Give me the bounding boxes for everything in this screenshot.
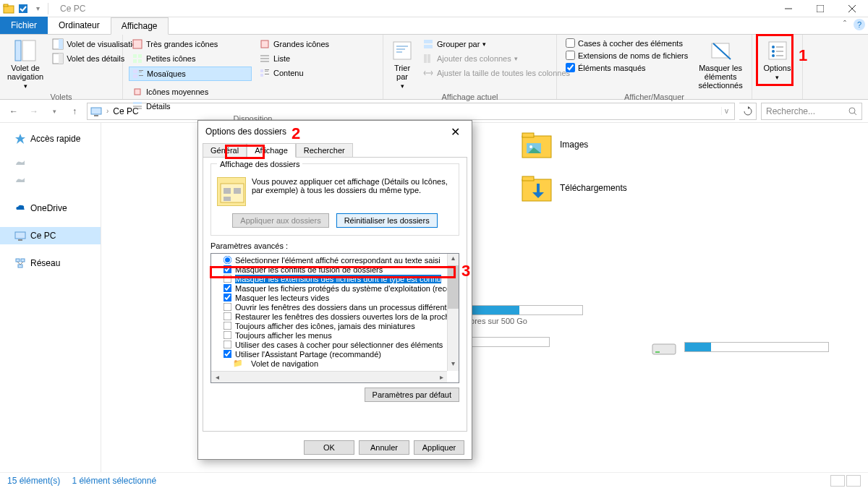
panes-group-label: Volets	[6, 91, 116, 101]
search-icon	[848, 107, 857, 116]
advanced-settings-list[interactable]: Sélectionner l'élément affiché correspon…	[210, 253, 459, 383]
view-details-icon[interactable]	[830, 475, 845, 487]
sidebar-this-pc[interactable]: Ce PC	[0, 227, 101, 244]
reset-folders-button[interactable]: Réinitialiser les dossiers	[336, 213, 438, 228]
folder-view-text: Vous pouvez appliquer cet affichage (Dét…	[252, 177, 453, 194]
status-item-count: 15 élément(s)	[7, 476, 60, 486]
dialog-tab-search[interactable]: Rechercher	[296, 143, 353, 158]
folder-downloads[interactable]: Téléchargements	[521, 174, 709, 202]
maximize-button[interactable]	[804, 0, 836, 17]
refresh-button[interactable]	[739, 103, 757, 120]
chk-item-checkboxes[interactable]: Cases à cocher des éléments	[563, 38, 691, 48]
view-large-icon[interactable]	[846, 475, 861, 487]
pc-icon	[90, 106, 102, 117]
drive-item[interactable]	[651, 335, 854, 359]
svg-point-50	[772, 50, 775, 53]
adv-sharing-wizard[interactable]: Utiliser l'Assistant Partage (recommandé…	[221, 349, 459, 359]
nav-pane-button[interactable]: Volet de navigation ▾	[6, 38, 45, 91]
sidebar-onedrive[interactable]: OneDrive	[0, 200, 101, 217]
fit-columns-button[interactable]: Ajuster la taille de toutes les colonnes	[420, 67, 573, 80]
adv-always-menus[interactable]: Toujours afficher les menus	[221, 330, 459, 340]
dialog-title: Options des dossiers	[205, 127, 286, 137]
list-vscrollbar[interactable]: ▴ ▾	[447, 254, 459, 371]
nav-recent-dropdown[interactable]: ▾	[46, 103, 62, 119]
list-hscrollbar[interactable]: ◂ ▸	[211, 371, 447, 382]
dialog-tab-general[interactable]: Général	[203, 143, 247, 158]
svg-rect-2	[19, 4, 27, 13]
adv-hide-known-extensions[interactable]: Masquer les extensions des fichiers dont…	[221, 274, 459, 283]
svg-point-69	[529, 145, 532, 148]
svg-rect-1	[4, 4, 8, 7]
chk-hidden-items[interactable]: Éléments masqués	[563, 62, 691, 73]
layout-xlarge[interactable]: Très grandes icônes	[129, 38, 252, 51]
tab-file[interactable]: Fichier	[0, 17, 48, 34]
groupbox-title: Affichage des dossiers	[217, 160, 302, 168]
folder-images[interactable]: Images	[521, 130, 709, 159]
options-button[interactable]: Options▾	[758, 38, 796, 82]
layout-small[interactable]: Petites icônes	[129, 52, 252, 65]
svg-rect-4	[817, 5, 824, 12]
add-columns-button[interactable]: Ajouter des colonnes ▾	[420, 52, 573, 65]
adv-hide-protected-os-files[interactable]: Masquer les fichiers protégés du système…	[221, 283, 459, 293]
apply-to-folders-button[interactable]: Appliquer aux dossiers	[232, 213, 328, 228]
close-button[interactable]	[836, 0, 868, 17]
group-by-button[interactable]: Grouper par ▾	[420, 38, 573, 51]
svg-rect-27	[260, 69, 263, 72]
tab-display[interactable]: Affichage	[111, 17, 169, 35]
sidebar-item[interactable]	[0, 155, 101, 172]
svg-rect-59	[15, 232, 25, 239]
dialog-close-button[interactable]: ✕	[446, 124, 464, 140]
minimize-button[interactable]	[773, 0, 804, 17]
svg-rect-30	[260, 74, 263, 77]
adv-nav-pane-node[interactable]: 📁 Volet de navigation	[221, 359, 459, 368]
svg-rect-20	[139, 72, 142, 72]
svg-rect-36	[393, 42, 411, 59]
nav-back-button[interactable]: ←	[6, 103, 22, 119]
sidebar-network[interactable]: Réseau	[0, 254, 101, 272]
help-icon[interactable]: ?	[854, 19, 865, 30]
ribbon-collapse-icon[interactable]: ˆ	[843, 20, 846, 30]
layout-large[interactable]: Grandes icônes	[256, 38, 328, 51]
sidebar-quick-access[interactable]: Accès rapide	[0, 130, 101, 147]
restore-defaults-button[interactable]: Paramètres par défaut	[365, 388, 459, 402]
tab-computer[interactable]: Ordinateur	[48, 17, 111, 34]
folder-tree-icon: 📁	[233, 359, 243, 368]
adv-restore-windows[interactable]: Restaurer les fenêtres des dossiers ouve…	[221, 312, 459, 321]
adv-radio-select-typed[interactable]: Sélectionner l'élément affiché correspon…	[221, 255, 459, 265]
adv-open-separate-process[interactable]: Ouvrir les fenêtres des dossiers dans un…	[221, 302, 459, 312]
svg-rect-23	[261, 40, 268, 48]
sort-button[interactable]: Trier par▾	[389, 38, 415, 91]
nav-forward-button[interactable]: →	[26, 103, 42, 119]
cancel-button[interactable]: Annuler	[359, 440, 409, 455]
svg-rect-17	[138, 59, 142, 63]
advanced-params-label: Paramètres avancés :	[210, 241, 459, 250]
adv-always-icons[interactable]: Toujours afficher des icônes, jamais des…	[221, 321, 459, 330]
apply-button[interactable]: Appliquer	[414, 440, 464, 455]
svg-rect-42	[424, 54, 427, 63]
address-dropdown-icon[interactable]: v	[721, 107, 731, 115]
layout-details[interactable]: Détails	[129, 100, 187, 113]
nav-up-button[interactable]: ↑	[67, 103, 82, 119]
svg-rect-19	[139, 70, 143, 71]
svg-rect-21	[133, 74, 137, 78]
svg-rect-41	[424, 45, 433, 48]
layout-list[interactable]: Liste	[256, 52, 328, 65]
adv-hide-merge-conflicts[interactable]: Masquer les conflits de fusion de dossie…	[221, 265, 459, 274]
svg-rect-29	[265, 71, 268, 72]
folder-view-groupbox: Affichage des dossiers Vous pouvez appli…	[210, 163, 459, 236]
qat-save-icon[interactable]	[17, 3, 29, 14]
search-box[interactable]: Recherche...	[761, 103, 862, 120]
layout-medium[interactable]: Icônes moyennes	[129, 85, 187, 98]
chk-file-extensions[interactable]: Extensions de noms de fichiers	[563, 50, 691, 61]
layout-tiles[interactable]: Mosaïques	[129, 67, 252, 81]
qat-dropdown-icon[interactable]: ▾	[32, 3, 43, 14]
dialog-tab-display[interactable]: Affichage	[247, 143, 296, 158]
ok-button[interactable]: OK	[304, 440, 354, 455]
sidebar-item[interactable]	[0, 172, 101, 189]
svg-rect-67	[522, 133, 534, 137]
layout-content[interactable]: Contenu	[256, 67, 328, 80]
adv-use-checkboxes[interactable]: Utiliser des cases à cocher pour sélecti…	[221, 340, 459, 349]
nav-pane-label: Volet de navigation	[7, 64, 43, 81]
adv-hide-empty-drives[interactable]: Masquer les lecteurs vides	[221, 293, 459, 302]
hide-selected-button[interactable]: Masquer les éléments sélectionnés	[695, 38, 746, 91]
